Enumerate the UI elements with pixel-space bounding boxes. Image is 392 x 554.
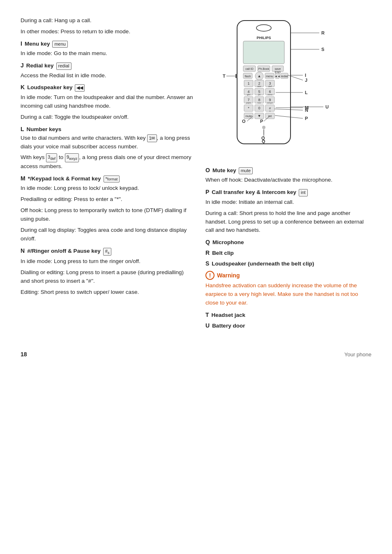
mute-key-badge: mute [239,167,253,174]
svg-text:N: N [305,108,308,113]
svg-text:abc: abc [257,85,261,88]
section-M-text-1: Predialling or editing: Press to enter a… [21,195,193,204]
right-column: PHILIPS call ID Ph.Book save END flash [205,16,371,330]
svg-text:jkl: jkl [258,93,261,96]
warning-text: Handsfree activation can suddenly increa… [205,282,371,307]
left-column: During a call: Hang up a call. In other … [21,16,193,330]
svg-text:save: save [275,67,281,70]
letter-P: P [205,189,209,195]
key-3-icon: 3def [46,153,57,162]
section-O-title: Mute key [212,167,236,173]
warning-box: ! Warning Handsfree activation can sudde… [205,271,371,307]
section-J-heading: J Redial key redial [21,62,193,69]
svg-text:Ph.Book: Ph.Book [258,67,270,70]
letter-K: K [21,84,25,90]
redial-key-badge: redial [56,62,71,69]
section-K-heading: K Loudspeaker key ◀◀ [21,84,193,91]
page-number: 18 [21,351,27,358]
section-R-title: Belt clip [212,250,234,256]
svg-text:def: def [268,85,272,88]
svg-text:ghi: ghi [247,93,250,96]
section-Q-heading: Q Microphone [205,239,371,245]
letter-I: I [21,40,22,47]
section-L-heading: L Number keys [21,126,193,132]
letter-O: O [205,167,210,173]
letter-L: L [21,126,24,132]
svg-text:P: P [260,119,263,124]
key-9-icon: 9wxyz [65,153,79,162]
svg-text:redial: redial [281,75,288,78]
svg-text:mute: mute [245,115,252,118]
svg-text:O: O [242,119,246,124]
letter-Q: Q [205,239,210,245]
intro-line-1: During a call: Hang up a call. [21,16,193,25]
menu-key-badge: menu [52,41,68,48]
svg-text:T: T [223,74,226,78]
loudspeaker-key-badge: ◀◀ [75,84,85,91]
svg-rect-3 [243,41,284,64]
svg-text:J: J [305,78,307,83]
warning-icon: ! [205,271,214,280]
section-I-text-0: In idle mode: Go to the main menu. [21,49,193,58]
section-T-title: Headset jack [212,312,246,318]
svg-text:wxyz: wxyz [267,102,272,104]
svg-text:P: P [305,116,308,121]
svg-text:int: int [268,114,272,118]
section-K-text-0: In idle mode: Turn on the loudspeaker an… [21,93,193,111]
svg-point-60 [262,126,265,129]
svg-text:tuv: tuv [258,102,261,104]
section-K-title: Loudspeaker key [27,84,72,90]
svg-text:pqrs: pqrs [246,102,251,104]
page-layout: During a call: Hang up a call. In other … [21,16,371,358]
section-M-heading: M */Keypad lock & Format key *format [21,175,193,182]
intro-line-2: In other modes: Press to return to idle … [21,28,193,36]
section-U-title: Battery door [212,323,245,329]
section-M-title: */Keypad lock & Format key [28,175,101,182]
svg-text:flash: flash [245,75,251,78]
svg-text:S: S [321,47,324,52]
svg-text:s: s [270,110,271,112]
svg-text:U: U [325,104,329,109]
svg-text:*: * [248,106,249,110]
section-U-heading: U Battery door [205,322,371,329]
svg-text:PHILIPS: PHILIPS [256,36,271,40]
section-O-heading: O Mute key mute [205,167,371,174]
letter-U: U [205,322,210,329]
key-1-icon: 1✉ [147,134,157,142]
section-O-text-0: When off hook: Deactivate/activate the m… [205,176,371,185]
svg-text:call ID: call ID [245,67,253,70]
svg-text:▲: ▲ [258,74,261,78]
letter-S: S [205,260,209,267]
section-K-text-1: During a call: Toggle the loudspeaker on… [21,113,193,122]
page-label: Your phone [344,351,371,358]
phone-diagram-container: PHILIPS call ID Ph.Book save END flash [205,16,371,156]
section-I-heading: I Menu key menu [21,40,193,48]
section-P-text-1: During a call: Short press to hold the l… [205,209,371,235]
int-key-badge: int [299,189,308,196]
section-P-heading: P Call transfer key & Intercom key int [205,189,371,196]
section-S-heading: S Loudspeaker (underneath the belt clip) [205,260,371,267]
section-Q-title: Microphone [212,239,244,245]
svg-text:◄◄: ◄◄ [274,75,280,78]
section-M-text-0: In idle mode: Long press to lock/ unlock… [21,184,193,193]
section-L-title: Number keys [27,126,62,132]
phone-diagram-svg: PHILIPS call ID Ph.Book save END flash [221,16,356,156]
letter-M: M [21,175,25,182]
section-L-text-0: Use to dial numbers and write characters… [21,134,193,151]
section-L-text-1: With keys 3def to 9wxyz, a long press di… [21,153,193,171]
star-format-key-badge: *format [104,175,120,182]
section-S-title: Loudspeaker (underneath the belt clip) [212,261,314,267]
section-M-text-3: During call log display: Toggles area co… [21,226,193,243]
footer-bar: 18 Your phone [21,347,371,358]
section-J-text-0: Access the Redial list in idle mode. [21,72,193,80]
svg-rect-81 [235,74,238,78]
hash-pause-key-badge: #s [103,248,112,256]
svg-text:I: I [305,73,306,78]
main-content: During a call: Hang up a call. In other … [21,16,371,330]
right-descriptions: O Mute key mute When off hook: Deactivat… [205,163,371,330]
section-N-heading: N #/Ringer on/off & Pause key #s [21,247,193,256]
section-N-text-1: Dialling or editing: Long press to inser… [21,268,193,286]
section-N-text-2: Editing: Short press to switch upper/ lo… [21,288,193,297]
letter-N: N [21,247,25,254]
svg-text:0: 0 [258,106,260,110]
